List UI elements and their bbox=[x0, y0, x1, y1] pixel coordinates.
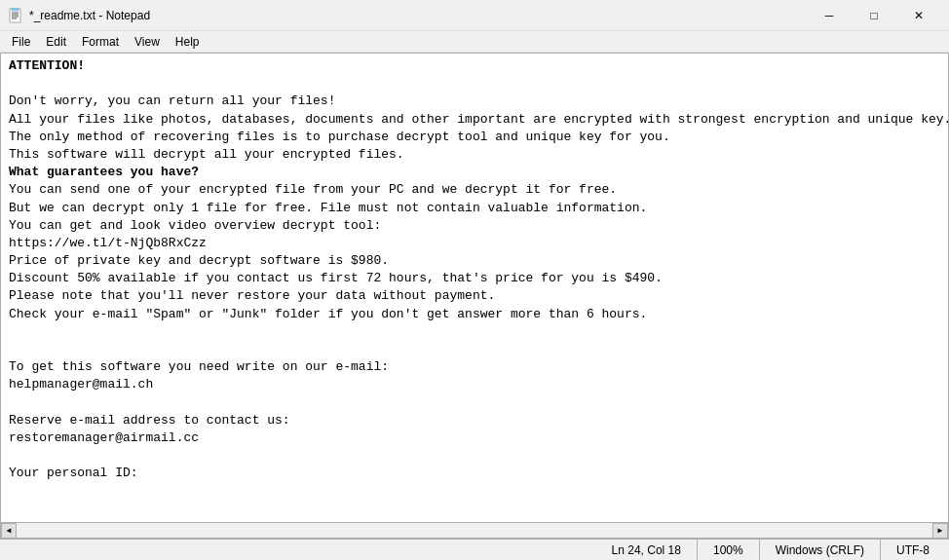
menu-bar: File Edit Format View Help bbox=[0, 31, 949, 53]
menu-view[interactable]: View bbox=[127, 33, 168, 51]
title-bar-left: *_readme.txt - Notepad bbox=[8, 8, 150, 23]
menu-file[interactable]: File bbox=[4, 33, 38, 51]
title-bar-controls: ─ □ ✕ bbox=[807, 4, 941, 27]
notepad-icon bbox=[8, 8, 23, 23]
window-title: *_readme.txt - Notepad bbox=[29, 9, 150, 22]
title-bar: *_readme.txt - Notepad ─ □ ✕ bbox=[0, 0, 949, 31]
svg-rect-1 bbox=[12, 8, 19, 11]
horizontal-scrollbar[interactable]: ◀ ▶ bbox=[1, 522, 948, 538]
encoding: UTF-8 bbox=[880, 540, 945, 560]
minimize-button[interactable]: ─ bbox=[807, 4, 852, 27]
menu-help[interactable]: Help bbox=[168, 33, 208, 51]
editor-content[interactable]: ATTENTION! Don't worry, you can return a… bbox=[1, 54, 948, 522]
scroll-left-button[interactable]: ◀ bbox=[1, 523, 17, 539]
scroll-right-button[interactable]: ▶ bbox=[932, 523, 948, 539]
cursor-position: Ln 24, Col 18 bbox=[596, 540, 697, 560]
maximize-button[interactable]: □ bbox=[852, 4, 896, 27]
menu-format[interactable]: Format bbox=[74, 33, 127, 51]
status-bar: Ln 24, Col 18 100% Windows (CRLF) UTF-8 bbox=[0, 539, 949, 560]
close-button[interactable]: ✕ bbox=[896, 4, 941, 27]
zoom-level: 100% bbox=[697, 540, 759, 560]
line-ending: Windows (CRLF) bbox=[759, 540, 880, 560]
menu-edit[interactable]: Edit bbox=[38, 33, 74, 51]
scrollbar-track[interactable] bbox=[17, 523, 932, 538]
editor-container: ATTENTION! Don't worry, you can return a… bbox=[0, 53, 949, 539]
